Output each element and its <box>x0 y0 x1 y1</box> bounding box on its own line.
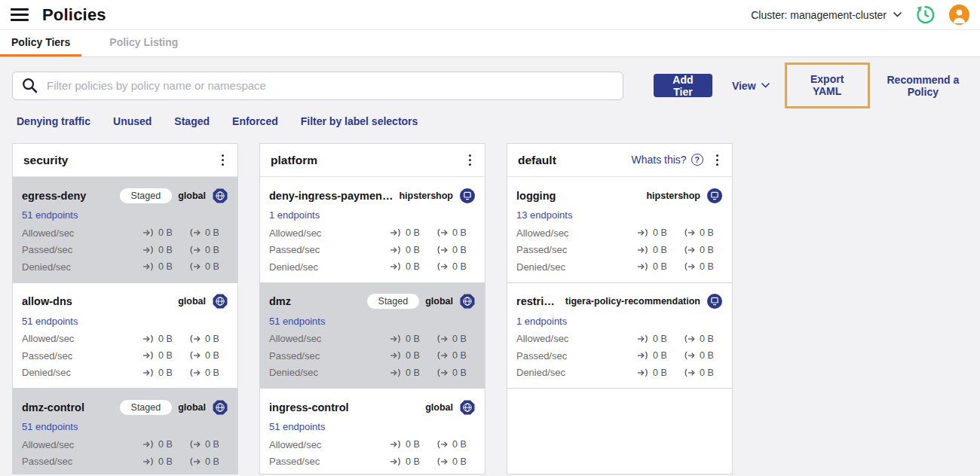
metric-label: Allowed/sec <box>22 227 142 239</box>
tier-name: security <box>23 154 68 167</box>
ingress-icon <box>390 368 402 377</box>
tier-help-label: Whats this? <box>631 154 686 166</box>
metric-label: Passed/sec <box>269 350 390 362</box>
metric-row: Denied/sec 0 B 0 B <box>516 365 723 382</box>
tab-bar: Policy Tiers Policy Listing <box>0 30 980 57</box>
policy-card-header: dmz-control Staged global <box>22 398 228 416</box>
ingress-value: 0 B <box>406 334 420 344</box>
scope-label: global <box>178 402 206 413</box>
ingress-group: 0 B <box>142 334 182 344</box>
metric-label: Passed/sec <box>269 244 390 255</box>
ingress-group: 0 B <box>390 456 429 467</box>
policy-name: ingress-control <box>269 401 419 413</box>
history-restore-icon[interactable] <box>915 5 936 25</box>
metric-label: Passed/sec <box>516 244 637 255</box>
ingress-icon <box>637 228 649 237</box>
egress-value: 0 B <box>452 473 467 474</box>
egress-icon <box>684 334 696 343</box>
endpoints-link[interactable]: 51 endpoints <box>22 421 78 432</box>
policy-card[interactable]: dmz-control Staged global 51 endpoints A… <box>13 389 237 474</box>
filter-staged[interactable]: Staged <box>174 115 210 127</box>
tier-help-link[interactable]: Whats this? ? <box>631 154 703 166</box>
ingress-icon <box>142 368 155 377</box>
policy-card[interactable]: allow-dns global 51 endpoints Allowed/se… <box>13 283 237 389</box>
egress-icon <box>436 440 449 449</box>
metric-label: Denied/sec <box>269 367 390 378</box>
policy-card-header: deny-ingress-paymentservi… hipstershop <box>269 187 476 204</box>
policy-card[interactable]: dmz Staged global 51 endpoints Allowed/s… <box>260 283 485 389</box>
endpoints-link[interactable]: 51 endpoints <box>22 209 78 221</box>
egress-group: 0 B <box>436 456 476 467</box>
ingress-value: 0 B <box>406 227 420 238</box>
policy-card[interactable]: logging hipstershop 13 endpoints Allowed… <box>507 177 732 283</box>
user-avatar[interactable] <box>949 5 969 25</box>
egress-group: 0 B <box>189 261 228 272</box>
egress-group: 0 B <box>436 245 476 255</box>
ingress-value: 0 B <box>406 456 420 467</box>
menu-icon[interactable] <box>11 7 29 23</box>
policy-name: allow-dns <box>22 295 172 307</box>
filter-enforced[interactable]: Enforced <box>232 115 278 127</box>
policy-card[interactable]: deny-ingress-paymentservi… hipstershop 1… <box>260 177 485 283</box>
ingress-icon <box>142 334 155 343</box>
export-yaml-button[interactable]: Export YAML <box>800 73 855 97</box>
endpoints-link[interactable]: 51 endpoints <box>22 316 78 327</box>
metric-label: Allowed/sec <box>22 333 142 344</box>
metric-label: Denied/sec <box>22 473 142 474</box>
view-dropdown[interactable]: View <box>732 80 770 92</box>
endpoints-link[interactable]: 1 endpoints <box>269 209 320 221</box>
ingress-icon <box>390 351 402 360</box>
egress-value: 0 B <box>700 350 714 361</box>
policy-card-header: restricted tigera-policy-recommendation <box>516 293 723 310</box>
search-input[interactable] <box>45 78 614 93</box>
add-tier-button[interactable]: Add Tier <box>654 74 712 97</box>
ingress-value: 0 B <box>158 261 173 272</box>
ingress-group: 0 B <box>142 456 182 467</box>
ingress-icon <box>390 228 402 237</box>
tab-policy-listing[interactable]: Policy Listing <box>98 30 189 56</box>
scope-label: global <box>425 402 453 413</box>
filter-denying-traffic[interactable]: Denying traffic <box>17 115 90 127</box>
kebab-menu-icon[interactable] <box>713 152 721 168</box>
egress-value: 0 B <box>205 261 219 272</box>
metric-row: Denied/sec 0 B 0 B <box>269 258 476 276</box>
ingress-group: 0 B <box>390 473 429 474</box>
cluster-selector[interactable]: Cluster: management-cluster <box>751 9 902 21</box>
filter-filter-by-label-selectors[interactable]: Filter by label selectors <box>301 115 418 127</box>
egress-value: 0 B <box>452 368 467 378</box>
tier-header: platform <box>260 144 485 177</box>
ingress-group: 0 B <box>390 334 429 344</box>
egress-value: 0 B <box>700 261 714 272</box>
egress-group: 0 B <box>684 334 723 344</box>
metric-label: Denied/sec <box>269 261 390 273</box>
egress-icon <box>684 262 696 271</box>
egress-icon <box>684 228 696 237</box>
kebab-menu-icon[interactable] <box>219 152 227 168</box>
ingress-value: 0 B <box>158 245 173 255</box>
endpoints-link[interactable]: 51 endpoints <box>269 316 325 327</box>
ingress-group: 0 B <box>390 227 429 238</box>
filter-unused[interactable]: Unused <box>113 115 152 127</box>
scope-label: global <box>425 296 453 307</box>
kebab-menu-icon[interactable] <box>466 152 474 168</box>
tier-header: security <box>13 144 237 177</box>
ingress-value: 0 B <box>406 261 420 272</box>
endpoints-link[interactable]: 13 endpoints <box>516 209 572 221</box>
policy-list: deny-ingress-paymentservi… hipstershop 1… <box>260 177 485 474</box>
policy-card[interactable]: ingress-control global 51 endpoints Allo… <box>260 389 485 474</box>
ingress-value: 0 B <box>158 473 173 474</box>
recommend-policy-button[interactable]: Recommend a Policy <box>878 74 968 98</box>
egress-value: 0 B <box>205 350 219 361</box>
ingress-icon <box>390 457 402 466</box>
metric-row: Denied/sec 0 B 0 B <box>22 365 228 382</box>
endpoints-link[interactable]: 51 endpoints <box>269 421 325 432</box>
policy-card[interactable]: restricted tigera-policy-recommendation … <box>507 283 732 389</box>
endpoints-link[interactable]: 1 endpoints <box>516 316 567 327</box>
egress-group: 0 B <box>189 368 228 378</box>
ingress-icon <box>390 474 402 474</box>
egress-icon <box>189 246 201 255</box>
policy-card[interactable]: egress-deny Staged global 51 endpoints A… <box>13 177 237 283</box>
topbar-right: Cluster: management-cluster <box>751 5 969 25</box>
tab-policy-tiers[interactable]: Policy Tiers <box>0 30 81 56</box>
metric-label: Allowed/sec <box>516 333 637 344</box>
